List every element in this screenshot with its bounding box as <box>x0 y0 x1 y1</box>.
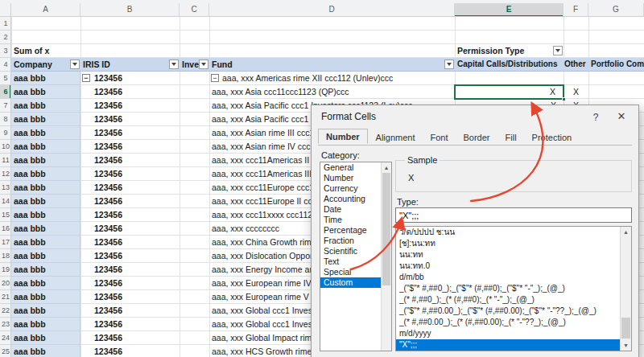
row-header-24[interactable]: 24 <box>0 331 11 345</box>
active-cell-e6[interactable]: X <box>454 84 564 100</box>
tab-fill[interactable]: Fill <box>498 130 524 144</box>
format-code-item[interactable]: ว/ด/ปปปป ช:นน <box>396 227 620 238</box>
row-header-13[interactable]: 13 <box>0 181 11 195</box>
cell-b22[interactable]: 123456 <box>80 304 180 318</box>
category-item-custom[interactable]: Custom <box>320 277 381 288</box>
cell-a22[interactable]: aaa bbb <box>11 304 80 318</box>
row-header-22[interactable]: 22 <box>0 304 11 318</box>
close-button[interactable]: ✕ <box>614 109 629 124</box>
format-code-item[interactable]: _(* #,##0.00_);_(* (#,##0.00);_(* "-"??_… <box>396 317 620 328</box>
cell-b13[interactable]: 123456 <box>80 181 180 195</box>
format-code-item[interactable]: d/m/bb <box>396 272 620 283</box>
cell-a20[interactable]: aaa bbb <box>11 277 80 290</box>
scroll-up-icon[interactable]: ▲ <box>621 227 631 237</box>
tab-font[interactable]: Font <box>423 130 455 144</box>
cell-a4-company[interactable]: Company <box>11 58 80 72</box>
cell-a5[interactable]: aaa bbb <box>11 72 80 85</box>
tab-protection[interactable]: Protection <box>525 130 580 144</box>
filter-button-permission-type[interactable] <box>553 46 563 55</box>
cell-a25[interactable]: aaa bbb <box>11 345 80 357</box>
cell-b20[interactable]: 123456 <box>80 277 180 290</box>
cell-e5[interactable] <box>455 72 564 85</box>
column-header-g[interactable]: G <box>588 3 644 17</box>
scrollbar-thumb[interactable] <box>621 318 630 339</box>
type-input[interactable] <box>395 207 632 223</box>
format-code-item[interactable]: [ช]:นน:ทท <box>396 238 620 249</box>
cell-a9[interactable]: aaa bbb <box>11 126 80 140</box>
column-header-a[interactable]: A <box>11 3 80 17</box>
filter-button-inv[interactable] <box>199 60 208 69</box>
cell-a6[interactable]: aaa bbb <box>11 85 80 99</box>
row-header-9[interactable]: 9 <box>0 126 11 140</box>
category-item-time[interactable]: Time <box>320 215 381 225</box>
row-header-2[interactable]: 2 <box>0 31 11 44</box>
cell-a8[interactable]: aaa bbb <box>11 113 80 126</box>
cell-a13[interactable]: aaa bbb <box>11 181 80 195</box>
cell-a23[interactable]: aaa bbb <box>11 318 80 331</box>
format-code-item[interactable]: "X";;; <box>396 339 620 351</box>
cell-a7[interactable]: aaa bbb <box>11 99 80 113</box>
row-header-6[interactable]: 6 <box>0 85 11 99</box>
cell-c4-inv[interactable]: Inve <box>180 58 209 72</box>
tab-number[interactable]: Number <box>318 129 368 144</box>
cell-b25[interactable]: 123456 <box>80 345 180 357</box>
row-header-8[interactable]: 8 <box>0 113 11 126</box>
row-header-23[interactable]: 23 <box>0 318 11 331</box>
cell-b5[interactable]: −123456 <box>80 72 180 85</box>
row-header-19[interactable]: 19 <box>0 263 11 277</box>
scroll-up-icon[interactable]: ▲ <box>382 162 391 173</box>
cell-b9[interactable]: 123456 <box>80 126 180 140</box>
cell-b17[interactable]: 123456 <box>80 236 180 249</box>
column-header-f[interactable]: F <box>564 3 588 17</box>
cell-a10[interactable]: aaa bbb <box>11 140 80 154</box>
scrollbar-thumb[interactable] <box>382 173 390 285</box>
row-header-1[interactable]: 1 <box>0 17 11 31</box>
category-item-special[interactable]: Special <box>320 267 381 277</box>
cell-f4-other[interactable]: Other <box>564 58 588 72</box>
cell-b6[interactable]: 123456 <box>80 85 180 99</box>
cell-b7[interactable]: 123456 <box>80 99 180 113</box>
format-code-item[interactable]: นน:ทท <box>396 249 620 261</box>
cell-b11[interactable]: 123456 <box>80 154 180 167</box>
cell-d6[interactable]: aaa, xxx Asia ccc11ccc1123 (QP)ccc <box>209 85 455 99</box>
cell-f6[interactable]: X <box>564 85 588 99</box>
category-item-date[interactable]: Date <box>320 204 381 215</box>
scroll-down-icon[interactable]: ▼ <box>621 340 631 351</box>
row-header-10[interactable]: 10 <box>0 140 11 154</box>
collapse-button[interactable]: − <box>82 74 90 82</box>
row-header-16[interactable]: 16 <box>0 222 11 236</box>
category-item-number[interactable]: Number <box>320 173 381 183</box>
cell-b23[interactable]: 123456 <box>80 318 180 331</box>
cell-b16[interactable]: 123456 <box>80 222 180 236</box>
cell-a3[interactable]: Sum of x <box>11 44 80 58</box>
cell-g4-portfolio[interactable]: Portfolio Com <box>588 58 644 72</box>
filter-button-company[interactable] <box>70 60 80 69</box>
cell-a12[interactable]: aaa bbb <box>11 167 80 181</box>
cell-d5[interactable]: −aaa, xxx Americas rime XII ccc112 (Unle… <box>209 72 455 85</box>
cell-d4-fund[interactable]: Fund <box>209 58 455 72</box>
cell-a15[interactable]: aaa bbb <box>11 208 80 222</box>
tab-alignment[interactable]: Alignment <box>369 130 423 144</box>
row-header-17[interactable]: 17 <box>0 236 11 249</box>
cell-e3[interactable]: Permission Type <box>455 44 564 58</box>
category-item-scientific[interactable]: Scientific <box>320 246 381 256</box>
cell-b24[interactable]: 123456 <box>80 331 180 345</box>
category-item-accounting[interactable]: Accounting <box>320 194 381 204</box>
format-code-item[interactable]: _("$"* #,##0.00_);_("$"* (#,##0.00);_("$… <box>396 306 620 317</box>
cell-b12[interactable]: 123456 <box>80 167 180 181</box>
cell-a11[interactable]: aaa bbb <box>11 154 80 167</box>
category-item-general[interactable]: General <box>320 162 381 173</box>
column-header-b[interactable]: B <box>80 3 180 17</box>
column-header-d[interactable]: D <box>209 3 455 17</box>
format-code-item[interactable]: _("$"* #,##0_);_("$"* (#,##0);_("$"* "-"… <box>396 283 620 294</box>
cell-b10[interactable]: 123456 <box>80 140 180 154</box>
row-header-20[interactable]: 20 <box>0 277 11 290</box>
row-header-18[interactable]: 18 <box>0 249 11 263</box>
cell-b14[interactable]: 123456 <box>80 195 180 208</box>
cell-b21[interactable]: 123456 <box>80 290 180 304</box>
row-header-4[interactable]: 4 <box>0 58 11 72</box>
category-item-percentage[interactable]: Percentage <box>320 225 381 236</box>
format-code-item[interactable]: _(* #,##0_);_(* (#,##0);_(* "-"_);_(@_) <box>396 294 620 306</box>
row-header-3[interactable]: 3 <box>0 44 11 58</box>
row-header-7[interactable]: 7 <box>0 99 11 113</box>
